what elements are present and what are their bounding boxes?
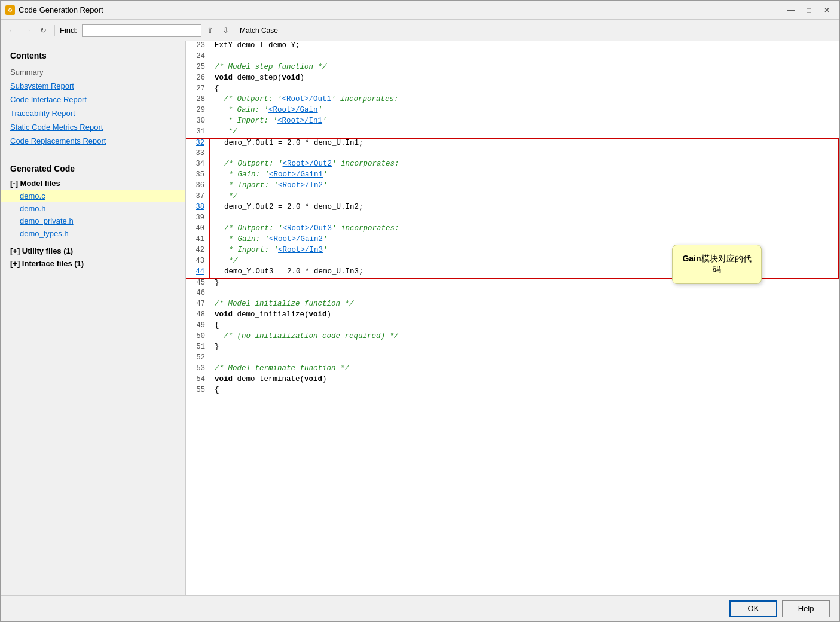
line-code <box>210 289 839 300</box>
ok-button[interactable]: OK <box>729 600 777 617</box>
outport-out1-link[interactable]: <Root>/Out1 <box>282 95 332 103</box>
line-code: { <box>210 84 839 95</box>
file-item-demo-c[interactable]: demo.c <box>1 190 185 202</box>
forward-button[interactable]: → <box>21 24 34 37</box>
generated-code-title: Generated Code <box>1 160 185 177</box>
line-number: 54 <box>186 375 210 386</box>
line-number: 34 <box>186 160 210 170</box>
file-link-demo-types-h[interactable]: demo_types.h <box>20 229 69 238</box>
line-number: 43 <box>186 257 210 267</box>
file-item-demo-h[interactable]: demo.h <box>1 202 185 215</box>
find-input[interactable] <box>82 24 201 37</box>
line-code: { <box>210 386 839 397</box>
line-number: 23 <box>186 41 210 52</box>
table-row: 53 /* Model terminate function */ <box>186 364 839 375</box>
line-number: 42 <box>186 246 210 257</box>
table-row: 29 * Gain: '<Root>/Gain' <box>186 106 839 117</box>
main-content: Contents Summary Subsystem Report Code I… <box>1 41 839 595</box>
line-number: 52 <box>186 353 210 364</box>
line-32-link[interactable]: 32 <box>196 139 204 147</box>
code-scroll[interactable]: 23 ExtY_demo_T demo_Y; 24 25 /* Model st… <box>186 41 839 595</box>
title-bar: ⚙ Code Generation Report ― □ ✕ <box>1 1 839 20</box>
table-row: 37 */ <box>186 192 839 203</box>
code-table: 23 ExtY_demo_T demo_Y; 24 25 /* Model st… <box>186 41 839 397</box>
sidebar-item-code-replacements[interactable]: Code Replacements Report <box>1 134 185 148</box>
line-code: } <box>210 343 839 353</box>
line-number: 27 <box>186 84 210 95</box>
line-code: * Inport: '<Root>/In2' <box>210 181 839 192</box>
outport-out2-link[interactable]: <Root>/Out2 <box>283 160 332 168</box>
match-case-label: Match Case <box>240 26 278 35</box>
window-title: Code Generation Report <box>19 5 783 14</box>
gain-link[interactable]: <Root>/Gain <box>268 106 318 114</box>
line-number: 35 <box>186 170 210 181</box>
interface-files-folder[interactable]: [+] Interface files (1) <box>1 257 185 270</box>
back-button[interactable]: ← <box>5 24 19 37</box>
find-prev-button[interactable]: ⇧ <box>204 24 217 37</box>
window-controls: ― □ ✕ <box>783 4 835 17</box>
utility-files-folder[interactable]: [+] Utility files (1) <box>1 245 185 257</box>
table-row: 32 demo_Y.Out1 = 2.0 * demo_U.In1; <box>186 138 839 149</box>
find-label: Find: <box>60 26 77 35</box>
sidebar-item-code-interface-report[interactable]: Code Interface Report <box>1 93 185 106</box>
model-files-folder[interactable]: [-] Model files <box>1 177 185 190</box>
inport-in3-link[interactable]: <Root>/In3 <box>278 246 323 254</box>
toolbar: ← → ↻ Find: ⇧ ⇩ Match Case <box>1 20 839 41</box>
file-link-demo-c[interactable]: demo.c <box>20 191 45 200</box>
line-number: 29 <box>186 106 210 117</box>
file-link-demo-h[interactable]: demo.h <box>20 204 45 213</box>
table-row: 28 /* Outport: '<Root>/Out1' incorporate… <box>186 95 839 106</box>
line-number: 48 <box>186 310 210 321</box>
line-code: * Gain: '<Root>/Gain' <box>210 106 839 117</box>
maximize-button[interactable]: □ <box>801 4 817 17</box>
file-link-demo-private-h[interactable]: demo_private.h <box>20 217 74 225</box>
table-row: 52 <box>186 353 839 364</box>
line-code <box>210 214 839 224</box>
sidebar-item-traceability-report[interactable]: Traceability Report <box>1 106 185 120</box>
gain1-link[interactable]: <Root>/Gain1 <box>269 170 323 179</box>
line-number: 26 <box>186 74 210 84</box>
table-row: 48 void demo_initialize(void) <box>186 310 839 321</box>
refresh-button[interactable]: ↻ <box>36 24 50 37</box>
minimize-button[interactable]: ― <box>783 4 799 17</box>
line-code: ExtY_demo_T demo_Y; <box>210 41 839 52</box>
line-number: 47 <box>186 300 210 310</box>
sidebar-item-subsystem-report[interactable]: Subsystem Report <box>1 79 185 93</box>
sidebar-divider <box>10 154 176 154</box>
line-code: /* Outport: '<Root>/Out3' incorporates: <box>210 224 839 235</box>
line-code: * Inport: '<Root>/In1' <box>210 117 839 127</box>
sidebar-item-summary[interactable]: Summary <box>1 65 185 79</box>
find-next-button[interactable]: ⇩ <box>219 24 233 37</box>
line-code: /* (no initialization code required) */ <box>210 332 839 343</box>
close-button[interactable]: ✕ <box>819 4 835 17</box>
inport-in1-link[interactable]: <Root>/In1 <box>277 117 322 125</box>
outport-out3-link[interactable]: <Root>/Out3 <box>283 224 332 233</box>
line-code: { <box>210 321 839 332</box>
file-item-demo-private-h[interactable]: demo_private.h <box>1 215 185 227</box>
line-code: demo_Y.Out1 = 2.0 * demo_U.In1; <box>210 138 839 149</box>
line-38-link[interactable]: 38 <box>196 203 204 211</box>
table-row: 38 demo_Y.Out2 = 2.0 * demo_U.In2; <box>186 203 839 214</box>
line-code <box>210 52 839 63</box>
line-code: demo_Y.Out2 = 2.0 * demo_U.In2; <box>210 203 839 214</box>
sidebar-item-static-code-metrics[interactable]: Static Code Metrics Report <box>1 120 185 134</box>
line-number: 44 <box>186 267 210 278</box>
table-row: 31 */ <box>186 127 839 138</box>
table-row: 51 } <box>186 343 839 353</box>
line-number: 46 <box>186 289 210 300</box>
file-item-demo-types-h[interactable]: demo_types.h <box>1 227 185 240</box>
table-row: 26 void demo_step(void) <box>186 74 839 84</box>
gain2-link[interactable]: <Root>/Gain2 <box>269 235 323 243</box>
line-code: /* Model initialize function */ <box>210 300 839 310</box>
app-icon: ⚙ <box>5 5 15 15</box>
main-window: ⚙ Code Generation Report ― □ ✕ ← → ↻ Fin… <box>0 0 840 622</box>
line-number: 49 <box>186 321 210 332</box>
help-button[interactable]: Help <box>782 600 830 617</box>
table-row: 47 /* Model initialize function */ <box>186 300 839 310</box>
line-44-link[interactable]: 44 <box>196 267 204 276</box>
inport-in2-link[interactable]: <Root>/In2 <box>278 181 323 190</box>
tooltip-text: 模块对应的代码 <box>701 254 752 274</box>
line-number: 25 <box>186 63 210 74</box>
sidebar: Contents Summary Subsystem Report Code I… <box>1 41 186 595</box>
table-row: 46 <box>186 289 839 300</box>
